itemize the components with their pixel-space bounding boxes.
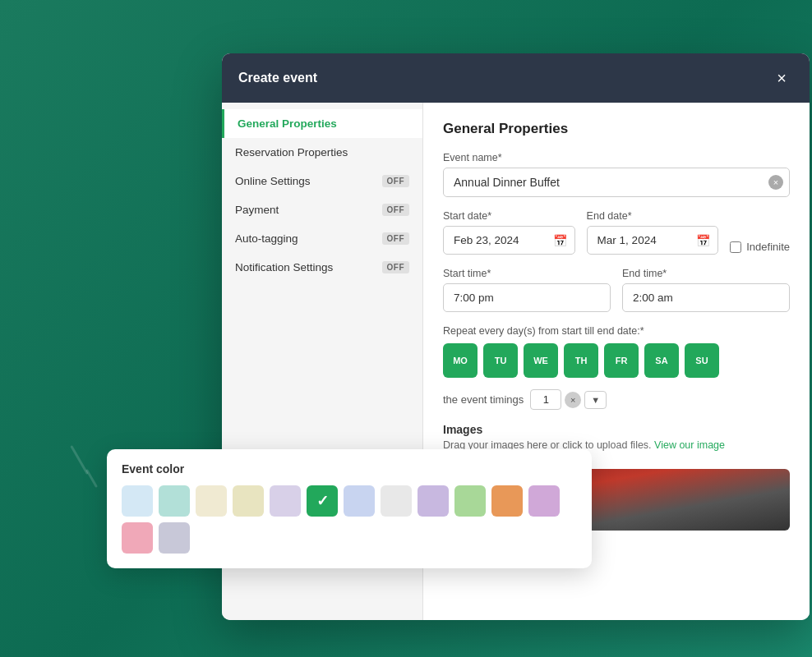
autotagging-off-badge: OFF — [382, 232, 410, 245]
indefinite-wrap: Indefinite — [730, 241, 790, 255]
close-icon: × — [777, 69, 787, 88]
color-swatch-14[interactable] — [159, 522, 190, 554]
end-date-group: End date* 📅 — [587, 210, 719, 255]
online-off-badge: OFF — [382, 175, 410, 187]
event-color-popup: Event color ✓ — [107, 449, 592, 568]
day-fr-button[interactable]: FR — [604, 343, 639, 378]
start-date-wrap: 📅 — [443, 226, 575, 255]
end-date-calendar-icon: 📅 — [696, 234, 710, 247]
indefinite-label: Indefinite — [746, 241, 790, 253]
color-swatch-3[interactable] — [196, 485, 227, 517]
event-timings-text: the event timings — [443, 393, 524, 406]
sidebar-item-label: Auto-tagging — [235, 232, 298, 245]
time-row: Start time* End time* — [443, 268, 790, 312]
event-timings-chevron-button[interactable]: ▼ — [584, 391, 607, 409]
circle-x-icon: × — [570, 395, 575, 405]
event-name-group: Event name* × — [443, 152, 790, 197]
event-name-input[interactable] — [443, 168, 790, 197]
date-row: Start date* 📅 End date* 📅 Indefinite — [443, 210, 790, 255]
sidebar-item-label: Notification Settings — [235, 261, 333, 273]
event-name-input-wrap: × — [443, 168, 790, 197]
end-date-wrap: 📅 — [587, 226, 719, 255]
start-time-group: Start time* — [443, 268, 611, 312]
notification-off-badge: OFF — [382, 261, 410, 273]
repeat-group: Repeat every day(s) from start till end … — [443, 325, 790, 378]
color-swatch-12[interactable] — [528, 485, 560, 517]
sidebar-item-notification[interactable]: Notification Settings OFF — [222, 253, 422, 282]
sidebar-item-reservation[interactable]: Reservation Properties — [222, 138, 422, 167]
color-swatch-9[interactable] — [418, 485, 449, 517]
section-title: General Properties — [443, 121, 790, 137]
color-swatch-2[interactable] — [159, 485, 190, 517]
color-swatch-13[interactable] — [122, 522, 153, 554]
day-sa-button[interactable]: SA — [644, 343, 679, 378]
sidebar-item-label: Reservation Properties — [235, 146, 348, 159]
start-date-group: Start date* 📅 — [443, 210, 575, 255]
modal-close-button[interactable]: × — [770, 67, 793, 90]
start-time-label: Start time* — [443, 268, 611, 279]
day-we-button[interactable]: WE — [524, 343, 558, 378]
event-timings-number-wrap: × ▼ — [530, 389, 607, 410]
payment-off-badge: OFF — [382, 204, 410, 216]
event-timings-number-input[interactable] — [530, 389, 561, 410]
color-swatch-10[interactable] — [454, 485, 486, 517]
day-tu-button[interactable]: TU — [483, 343, 518, 378]
color-swatch-4[interactable] — [233, 485, 264, 517]
clear-icon: × — [773, 177, 778, 187]
color-swatch-5[interactable] — [270, 485, 301, 517]
end-date-label: End date* — [587, 210, 719, 222]
color-swatch-7[interactable] — [344, 485, 375, 517]
event-timings-clear-button[interactable]: × — [565, 392, 581, 408]
color-swatch-1[interactable] — [122, 485, 153, 517]
start-date-calendar-icon: 📅 — [553, 234, 567, 247]
repeat-label: Repeat every day(s) from start till end … — [443, 325, 790, 337]
color-swatch-11[interactable] — [491, 485, 523, 517]
sidebar-item-payment[interactable]: Payment OFF — [222, 195, 422, 224]
color-swatch-6-selected[interactable]: ✓ — [307, 485, 338, 517]
sidebar-item-online[interactable]: Online Settings OFF — [222, 167, 422, 195]
sidebar-item-label: General Properties — [238, 117, 337, 130]
color-swatches-row: ✓ — [122, 485, 577, 554]
modal-header: Create event × — [222, 53, 810, 103]
color-swatch-8[interactable] — [381, 485, 412, 517]
sidebar-item-general[interactable]: General Properties — [222, 109, 422, 138]
start-time-input[interactable] — [443, 283, 611, 312]
start-date-label: Start date* — [443, 210, 575, 222]
modal-title: Create event — [238, 71, 317, 85]
event-color-title: Event color — [122, 462, 577, 476]
day-th-button[interactable]: TH — [564, 343, 598, 378]
days-row: MO TU WE TH FR SA SU — [443, 343, 790, 378]
images-label: Images — [443, 423, 790, 436]
event-name-clear-button[interactable]: × — [768, 175, 783, 190]
indefinite-checkbox[interactable] — [730, 241, 741, 253]
checkmark-icon: ✓ — [316, 492, 329, 510]
event-timings-row: the event timings × ▼ — [443, 389, 790, 410]
sidebar-item-label: Online Settings — [235, 175, 311, 187]
sidebar-item-label: Payment — [235, 204, 279, 216]
end-time-group: End time* — [622, 268, 790, 312]
end-time-input[interactable] — [622, 283, 790, 312]
day-mo-button[interactable]: MO — [443, 343, 478, 378]
day-su-button[interactable]: SU — [685, 343, 719, 378]
sidebar-item-autotagging[interactable]: Auto-tagging OFF — [222, 224, 422, 253]
event-name-label: Event name* — [443, 152, 790, 163]
end-time-label: End time* — [622, 268, 790, 279]
